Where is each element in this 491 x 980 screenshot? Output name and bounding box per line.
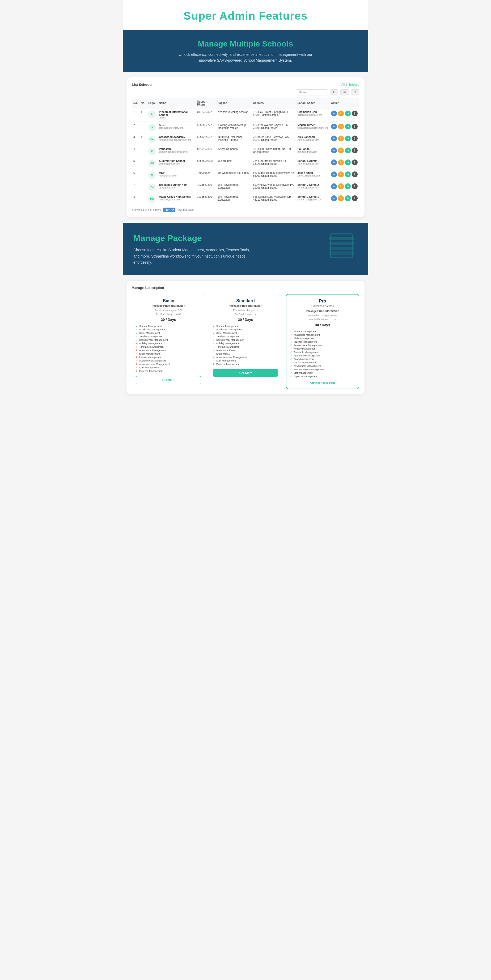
settings-button[interactable]: ⚙: [345, 183, 351, 189]
settings-button[interactable]: ⚙: [345, 196, 351, 201]
edit-button[interactable]: ✎: [338, 111, 344, 116]
cell-admin: Chamelion Bob bestadmin@gmail.com: [296, 108, 329, 121]
delete-button[interactable]: 🗑: [352, 172, 358, 177]
view-button[interactable]: ●: [331, 124, 337, 129]
delete-button[interactable]: 🗑: [352, 159, 358, 165]
view-button[interactable]: ●: [331, 135, 337, 142]
trashed-link[interactable]: Trashed: [349, 83, 359, 86]
delete-button[interactable]: 🗑: [352, 148, 358, 153]
delete-button[interactable]: 🗑: [352, 135, 358, 142]
admin-email: willowcreek@elementary.org: [297, 127, 328, 129]
edit-button[interactable]: ✎: [338, 135, 344, 142]
plan-days: 30 / Days: [136, 318, 201, 321]
settings-button[interactable]: ⚙: [345, 172, 351, 177]
check-icon: ✓: [213, 356, 215, 359]
all-link[interactable]: All: [342, 83, 345, 86]
x-icon: ✗: [136, 363, 138, 366]
delete-button[interactable]: 🗑: [352, 111, 358, 116]
plan-get-start-button[interactable]: Get Start: [136, 376, 201, 384]
cell-admin: Alex Johnson school1@gmail.com: [296, 133, 329, 145]
cell-tagline: Do what makes you happy: [216, 169, 252, 181]
plan-feature: ✓ Announcement Management: [290, 368, 355, 371]
cell-no: 5: [132, 157, 139, 169]
admin-email: panda@gmail.com: [297, 150, 328, 153]
view-button[interactable]: ●: [331, 148, 337, 153]
cell-name: MSV msv@gmail.com: [157, 169, 195, 181]
settings-button[interactable]: ⚙: [345, 148, 351, 153]
plan-price-detail: Per student charges : 0.025Per Staff cha…: [290, 313, 355, 321]
plan-feature: ✓ Student Management: [213, 325, 278, 328]
view-button[interactable]: ●: [331, 172, 337, 177]
plan-days: 30 / Days: [213, 318, 278, 321]
schools-banner-title: Manage Multiple Schools: [133, 39, 358, 48]
plan-features: ✓ Student Management ✓ Academics Managem…: [213, 325, 278, 366]
delete-button[interactable]: 🗑: [352, 124, 358, 129]
feature-label: Teacher Management: [139, 335, 162, 338]
school-email: info@crestwoodacademy.com: [159, 138, 194, 141]
view-button[interactable]: ●: [331, 196, 337, 201]
plan-unlimited: Unlimited Features: [290, 305, 355, 307]
cell-inner-no: [139, 181, 147, 193]
plan-feature: ✓ Student Management: [290, 330, 355, 333]
cell-address: 890 Willow Avenue Springvale, PA 19103 U…: [251, 181, 296, 193]
action-buttons: ● ✎ ⚙ 🗑: [331, 148, 358, 153]
delete-button[interactable]: 🗑: [352, 183, 358, 189]
plan-feature: ✓ Session Year Management: [136, 339, 201, 341]
rows-per-page-select[interactable]: 10 25 50: [163, 208, 175, 212]
admin-email: school1bal@gmail.com: [297, 198, 328, 201]
edit-button[interactable]: ✎: [338, 172, 344, 177]
cell-tagline: Flowing with Knowledge, Rooted in Values: [216, 121, 252, 133]
settings-button[interactable]: ⚙: [345, 124, 351, 129]
delete-button[interactable]: 🗑: [352, 196, 358, 201]
col-admin: School Admin: [296, 98, 329, 108]
school-logo: PI: [148, 111, 156, 118]
cell-logo: CA: [147, 133, 157, 145]
settings-button[interactable]: ⚙: [345, 111, 351, 116]
refresh-button[interactable]: ↻: [330, 89, 338, 95]
edit-button[interactable]: ✎: [338, 124, 344, 129]
plan-price-detail: Per student charges : 1Per Staff charges…: [213, 308, 278, 316]
edit-button[interactable]: ✎: [338, 196, 344, 201]
cell-name: Su... creek@elementary.org: [157, 121, 195, 133]
plan-feature: ✗ Expense Management: [136, 370, 201, 372]
cell-tagline: We Provide Best Education: [216, 181, 252, 193]
edit-button[interactable]: ✎: [338, 183, 344, 189]
plan-feature: ✓ Slider Management: [136, 332, 201, 334]
search-input[interactable]: [296, 89, 328, 95]
plan-feature: ✓ Academics Management: [290, 334, 355, 336]
school-name: MSV: [159, 172, 194, 174]
feature-label: Attendance Mana: [216, 349, 235, 352]
col-tagline: Tagline: [216, 98, 252, 108]
feature-label: Lesson Management: [294, 361, 316, 364]
columns-button[interactable]: ☰: [340, 89, 349, 95]
subscription-card: Manage Subscription Basic Package Price …: [127, 281, 364, 395]
view-button[interactable]: ●: [331, 159, 337, 165]
feature-label: Student Management: [216, 325, 239, 328]
school-email: l.com: [159, 116, 194, 119]
cell-action: ● ✎ ⚙ 🗑: [329, 133, 359, 145]
export-button[interactable]: ⇧: [351, 89, 359, 95]
cell-name: Maple Grove High School school1@gmail.co…: [157, 193, 195, 205]
plan-feature: ✓ Attendance Mana: [213, 349, 278, 352]
cell-logo: M: [147, 169, 157, 181]
plan-feature: ✓ Holiday Management: [213, 342, 278, 345]
plan-name: Basic: [136, 299, 201, 303]
table-row: 5 SH Summit High School summit@gmail.com…: [132, 157, 359, 169]
cell-no: 3: [132, 133, 139, 145]
edit-button[interactable]: ✎: [338, 159, 344, 165]
settings-button[interactable]: ⚙: [345, 135, 351, 142]
plan-get-start-button[interactable]: Get Start: [213, 369, 278, 377]
check-icon: ✓: [290, 375, 292, 378]
school-email: creek@elementary.org: [159, 127, 194, 129]
feature-label: Assignment Management: [139, 360, 166, 362]
cell-inner-no: [139, 193, 147, 205]
view-button[interactable]: ●: [331, 111, 337, 116]
settings-button[interactable]: ⚙: [345, 159, 351, 165]
plan-feature: ✓ Holiday Management: [290, 347, 355, 350]
edit-button[interactable]: ✎: [338, 148, 344, 153]
plan-features: ✓ Student Management ✓ Academics Managem…: [136, 325, 201, 372]
table-row: 6 M MSV msv@gmail.com 180001584 Do what …: [132, 169, 359, 181]
action-buttons: ● ✎ ⚙ 🗑: [331, 135, 358, 142]
view-button[interactable]: ●: [331, 183, 337, 189]
check-icon: ✓: [290, 368, 292, 371]
